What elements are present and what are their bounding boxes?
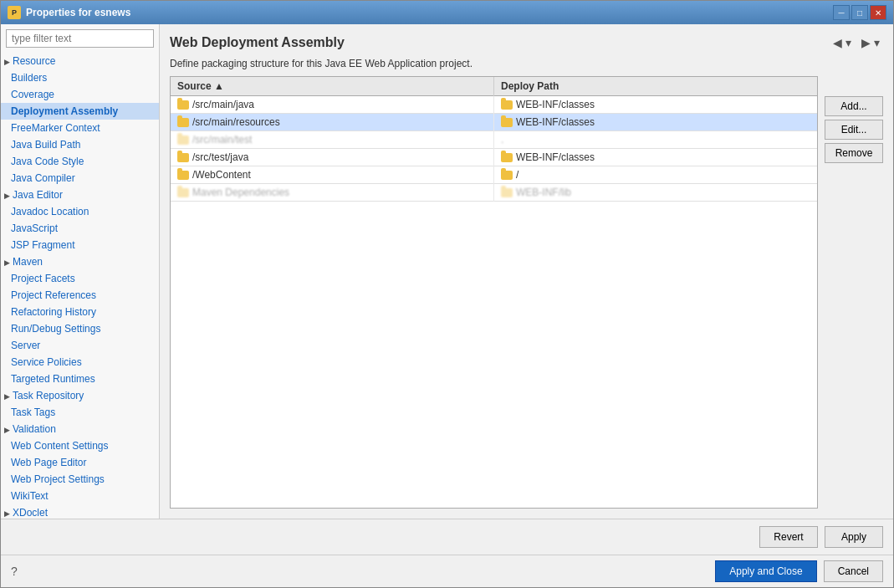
source-cell: /src/main/test [171, 131, 494, 149]
sidebar-item-run-debug-settings[interactable]: Run/Debug Settings [1, 320, 159, 337]
table-body: /src/main/javaWEB-INF/classes/src/main/r… [171, 96, 817, 202]
dialog-title: Properties for esnews [26, 7, 130, 18]
source-cell: Maven Dependencies [171, 184, 494, 202]
source-cell: /WebContent [171, 166, 494, 184]
sidebar-item-deployment-assembly[interactable]: Deployment Assembly [1, 103, 159, 120]
expand-arrow: ▶ [4, 509, 13, 518]
sidebar-item-resource[interactable]: ▶ Resource [1, 53, 159, 69]
source-cell: /src/main/resources [171, 114, 494, 131]
expand-arrow: ▶ [4, 426, 13, 434]
deploy-path-cell: WEB-INF/lib [494, 184, 818, 202]
sidebar-item-targeted-runtimes[interactable]: Targeted Runtimes [1, 371, 159, 387]
sidebar-item-validation[interactable]: ▶ Validation [1, 421, 159, 437]
sidebar: ▶ ResourceBuildersCoverageDeployment Ass… [1, 24, 160, 519]
sidebar-item-freemarker-context[interactable]: FreeMarker Context [1, 120, 159, 136]
sidebar-item-builders[interactable]: Builders [1, 69, 159, 86]
minimize-button[interactable]: ─ [833, 5, 850, 20]
revert-button[interactable]: Revert [759, 526, 818, 548]
sidebar-item-wikitext[interactable]: WikiText [1, 488, 159, 504]
deploy-path-cell: WEB-INF/classes [494, 96, 818, 114]
sidebar-item-web-project-settings[interactable]: Web Project Settings [1, 471, 159, 488]
content-title: Web Deployment Assembly [170, 35, 345, 50]
sidebar-item-java-editor[interactable]: ▶ Java Editor [1, 187, 159, 203]
source-cell: /src/main/java [171, 96, 494, 114]
table-row[interactable]: /src/main/resourcesWEB-INF/classes [171, 114, 817, 131]
expand-arrow: ▶ [4, 58, 13, 66]
expand-arrow: ▶ [4, 392, 13, 401]
bottom-buttons-bar: Revert Apply [1, 519, 893, 555]
sidebar-item-javadoc-location[interactable]: Javadoc Location [1, 203, 159, 220]
deploy-path-column-header[interactable]: Deploy Path [494, 77, 818, 96]
sidebar-item-jsp-fragment[interactable]: JSP Fragment [1, 237, 159, 253]
sidebar-item-java-code-style[interactable]: Java Code Style [1, 153, 159, 170]
sidebar-item-task-tags[interactable]: Task Tags [1, 404, 159, 421]
expand-arrow: ▶ [4, 192, 13, 200]
sidebar-item-project-facets[interactable]: Project Facets [1, 270, 159, 287]
assembly-table: Source ▲ Deploy Path /src/main/javaWEB-I… [170, 76, 818, 509]
apply-close-button[interactable]: Apply and Close [715, 560, 816, 582]
back-button[interactable]: ◀ ▾ [830, 34, 855, 51]
sidebar-item-xdoclet[interactable]: ▶ XDoclet [1, 504, 159, 519]
dialog-body: ▶ ResourceBuildersCoverageDeployment Ass… [1, 24, 893, 587]
sidebar-item-web-content-settings[interactable]: Web Content Settings [1, 437, 159, 454]
source-column-header[interactable]: Source ▲ [171, 77, 494, 96]
sidebar-item-web-page-editor[interactable]: Web Page Editor [1, 454, 159, 471]
nav-buttons: ◀ ▾ ▶ ▾ [830, 34, 883, 51]
sidebar-item-javascript[interactable]: JavaScript [1, 220, 159, 237]
close-button[interactable]: ✕ [870, 5, 886, 20]
filter-input[interactable] [6, 29, 154, 48]
deploy-path-cell: WEB-INF/classes [494, 114, 818, 131]
sidebar-item-service-policies[interactable]: Service Policies [1, 354, 159, 371]
add-button[interactable]: Add... [825, 96, 883, 116]
dialog-icon: P [8, 6, 21, 19]
title-bar: P Properties for esnews ─ □ ✕ [1, 1, 893, 24]
description: Define packaging structure for this Java… [170, 58, 883, 69]
window-controls: ─ □ ✕ [833, 5, 886, 20]
content-header: Web Deployment Assembly ◀ ▾ ▶ ▾ [170, 34, 883, 51]
table-row[interactable]: /WebContent/ [171, 166, 817, 184]
main-area: ▶ ResourceBuildersCoverageDeployment Ass… [1, 24, 893, 519]
table-row[interactable]: /src/test/javaWEB-INF/classes [171, 149, 817, 166]
remove-button[interactable]: Remove [825, 143, 883, 163]
table-row[interactable]: /src/main/javaWEB-INF/classes [171, 96, 817, 114]
edit-button[interactable]: Edit... [825, 120, 883, 140]
action-buttons: Add... Edit... Remove [825, 76, 883, 509]
sidebar-item-refactoring-history[interactable]: Refactoring History [1, 304, 159, 320]
table-header-row: Source ▲ Deploy Path [171, 77, 817, 96]
table-row[interactable]: /src/main/test. [171, 131, 817, 149]
sidebar-item-java-build-path[interactable]: Java Build Path [1, 136, 159, 153]
content-area: Web Deployment Assembly ◀ ▾ ▶ ▾ Define p… [160, 24, 893, 519]
sidebar-list: ▶ ResourceBuildersCoverageDeployment Ass… [1, 53, 159, 519]
cancel-button[interactable]: Cancel [824, 560, 883, 582]
sidebar-item-coverage[interactable]: Coverage [1, 86, 159, 103]
apply-button[interactable]: Apply [825, 526, 883, 548]
sidebar-item-server[interactable]: Server [1, 337, 159, 354]
properties-dialog: P Properties for esnews ─ □ ✕ ▶ Resource… [0, 0, 894, 588]
deploy-path-cell: . [494, 131, 818, 149]
forward-button[interactable]: ▶ ▾ [858, 34, 883, 51]
footer-bar: ? Apply and Close Cancel [1, 555, 893, 587]
deploy-path-cell: / [494, 166, 818, 184]
maximize-button[interactable]: □ [851, 5, 868, 20]
deploy-path-cell: WEB-INF/classes [494, 149, 818, 166]
sidebar-item-java-compiler[interactable]: Java Compiler [1, 170, 159, 187]
sidebar-item-task-repository[interactable]: ▶ Task Repository [1, 387, 159, 404]
source-cell: /src/test/java [171, 149, 494, 166]
help-icon[interactable]: ? [11, 565, 18, 578]
sidebar-item-maven[interactable]: ▶ Maven [1, 253, 159, 270]
sidebar-item-project-references[interactable]: Project References [1, 287, 159, 304]
table-row[interactable]: Maven DependenciesWEB-INF/lib [171, 184, 817, 202]
expand-arrow: ▶ [4, 258, 13, 267]
